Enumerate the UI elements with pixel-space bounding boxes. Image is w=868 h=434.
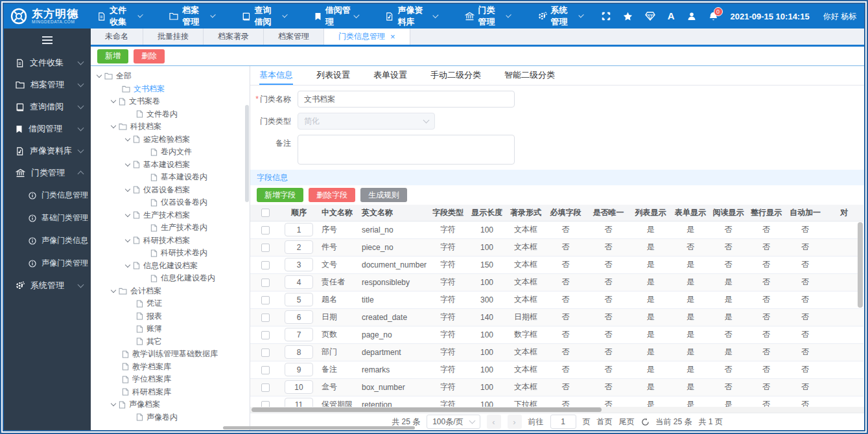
row-checkbox[interactable]	[261, 279, 270, 287]
tree-node[interactable]: 凭证	[91, 297, 250, 310]
detail-tab[interactable]: 列表设置	[316, 66, 350, 85]
order-input[interactable]	[285, 258, 313, 271]
font-size-icon[interactable]: A	[668, 12, 675, 21]
sidebar-item[interactable]: 门类管理	[4, 162, 91, 184]
row-checkbox[interactable]	[261, 401, 270, 407]
tree-node[interactable]: 账簿	[91, 323, 250, 336]
tree-node[interactable]: 其它	[91, 336, 250, 348]
sidebar-subitem[interactable]: 基础门类管理	[4, 207, 91, 229]
page-tab[interactable]: 未命名	[91, 29, 143, 45]
page-tab[interactable]: 档案管理	[264, 29, 324, 45]
tree-node[interactable]: 信息化建设卷内	[91, 272, 250, 285]
tree-node[interactable]: 教学档案库	[91, 361, 250, 374]
page-tab[interactable]: 档案著录	[204, 29, 264, 45]
order-input[interactable]	[285, 275, 313, 289]
detail-tab[interactable]: 基本信息	[259, 66, 293, 85]
page-tab[interactable]: 门类信息管理×	[324, 29, 410, 45]
next-page-button[interactable]: ›	[508, 415, 522, 429]
tree-node[interactable]: 仪器设备卷内	[91, 196, 250, 209]
tree-node[interactable]: 会计档案	[91, 285, 250, 298]
sidebar-subitem[interactable]: 门类信息管理	[4, 184, 91, 207]
tree-node[interactable]: 基本建设卷内	[91, 171, 250, 184]
detail-tab[interactable]: 智能二级分类	[504, 66, 555, 85]
chevron-down-icon[interactable]	[125, 212, 130, 217]
order-input[interactable]	[285, 398, 313, 407]
order-input[interactable]	[285, 223, 313, 236]
tree-node[interactable]: 仪器设备档案	[91, 184, 250, 197]
tree-node[interactable]: 声像卷内	[91, 411, 250, 424]
sidebar-collapse-button[interactable]	[4, 29, 91, 52]
tree-node[interactable]: 文件卷内	[91, 108, 250, 121]
tree-node[interactable]: 科研档案库	[91, 386, 250, 399]
row-checkbox[interactable]	[261, 296, 270, 304]
tree-node[interactable]: 学位档案库	[91, 373, 250, 386]
row-checkbox[interactable]	[261, 314, 270, 322]
tree-node[interactable]: 科技档案	[91, 120, 250, 133]
row-checkbox[interactable]	[261, 331, 270, 339]
sidebar-item[interactable]: 查询借阅	[4, 96, 91, 118]
first-page-link[interactable]: 首页	[597, 417, 613, 428]
sidebar-item[interactable]: 文件收集	[4, 52, 91, 74]
chevron-down-icon[interactable]	[97, 73, 102, 78]
detail-tab[interactable]: 手动二级分类	[430, 66, 481, 85]
tree-node[interactable]: 科研技术卷内	[91, 247, 250, 260]
table-horizontal-scrollbar[interactable]	[250, 407, 864, 413]
nav-item[interactable]: 声像资料库	[376, 4, 446, 29]
chevron-down-icon[interactable]	[111, 123, 116, 128]
add-button[interactable]: 新增	[97, 49, 128, 63]
generate-rule-button[interactable]: 生成规则	[360, 188, 407, 202]
page-size-select[interactable]: 100条/页	[427, 415, 480, 429]
sidebar-item[interactable]: 声像资料库	[4, 140, 91, 162]
row-checkbox[interactable]	[261, 348, 270, 357]
star-icon[interactable]	[623, 12, 633, 21]
prev-page-button[interactable]: ‹	[487, 415, 501, 429]
chevron-down-icon[interactable]	[125, 187, 130, 192]
order-input[interactable]	[285, 310, 313, 324]
nav-item[interactable]: 门类管理	[456, 4, 520, 29]
bell-icon[interactable]: 0	[709, 12, 718, 21]
sidebar-item[interactable]: 借阅管理	[4, 118, 91, 140]
row-checkbox[interactable]	[261, 244, 270, 252]
nav-item[interactable]: 查询借阅	[233, 4, 296, 29]
tree-node[interactable]: 报表	[91, 310, 250, 323]
order-input[interactable]	[285, 293, 313, 306]
tree-node[interactable]: 全部	[91, 70, 250, 83]
row-checkbox[interactable]	[261, 366, 270, 374]
tree-scrollbar[interactable]	[245, 105, 249, 202]
chevron-down-icon[interactable]	[125, 136, 130, 141]
row-checkbox[interactable]	[261, 261, 270, 269]
delete-button[interactable]: 删除	[134, 49, 165, 63]
tree-node[interactable]: 鉴定检验档案	[91, 133, 250, 146]
sidebar-item[interactable]: 档案管理	[4, 74, 91, 96]
sidebar-subitem[interactable]: 声像门类管理	[4, 252, 91, 275]
order-input[interactable]	[285, 380, 313, 394]
chevron-down-icon[interactable]	[111, 401, 116, 406]
sidebar-subitem[interactable]: 声像门类信息	[4, 229, 91, 252]
page-horizontal-scrollbar[interactable]	[223, 426, 415, 429]
table-vertical-scrollbar[interactable]	[858, 222, 863, 308]
chevron-down-icon[interactable]	[111, 288, 116, 293]
tree-node[interactable]: 基本建设档案	[91, 159, 250, 172]
tree-node[interactable]: 生产技术档案	[91, 209, 250, 222]
delete-field-button[interactable]: 删除字段	[309, 188, 355, 202]
user-icon[interactable]	[687, 12, 696, 21]
tree-node[interactable]: 卷内文件	[91, 146, 250, 159]
tree-node[interactable]: 文书档案	[91, 83, 250, 96]
detail-tab[interactable]: 表单设置	[373, 66, 407, 85]
tree-node[interactable]: 科研技术档案	[91, 234, 250, 247]
page-tab[interactable]: 批量挂接	[143, 29, 204, 45]
tree-node[interactable]: 教学训练管理基础数据库	[91, 348, 250, 361]
sidebar-item[interactable]: 系统管理	[4, 275, 91, 297]
select-all-checkbox[interactable]	[261, 209, 270, 217]
tree-node[interactable]: 文书案卷	[91, 95, 250, 108]
order-input[interactable]	[285, 240, 313, 254]
last-page-link[interactable]: 尾页	[619, 417, 635, 428]
refresh-icon[interactable]	[641, 418, 650, 426]
gem-icon[interactable]	[645, 12, 655, 21]
chevron-down-icon[interactable]	[125, 161, 130, 166]
nav-item[interactable]: 系统管理	[529, 4, 592, 29]
chevron-down-icon[interactable]	[125, 237, 130, 242]
remark-textarea[interactable]	[298, 135, 515, 165]
add-field-button[interactable]: 新增字段	[257, 188, 303, 202]
close-icon[interactable]: ×	[390, 32, 395, 41]
